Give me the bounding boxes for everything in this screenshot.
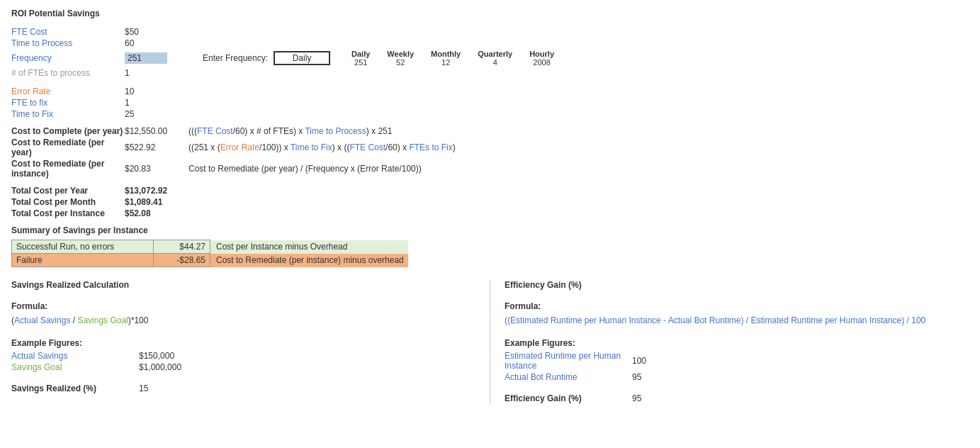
error-rate-label: Error Rate: [11, 86, 125, 96]
cost-remediate-row: Cost to Remediate (per year) $522.92 ((2…: [11, 138, 969, 157]
efficiency-gain-result-label: Efficiency Gain (%): [505, 393, 632, 403]
savings-realized-title: Savings Realized Calculation: [11, 280, 475, 290]
savings-table: Successful Run, no errors $44.27 Cost pe…: [11, 240, 408, 267]
fte-to-fix-label: FTE to fix: [11, 98, 125, 108]
error-rate-value: 10: [125, 86, 188, 96]
efficiency-formula-text: ((Estimated Runtime per Human Instance -…: [505, 315, 969, 325]
num-ftes-row: # of FTEs to process 1: [11, 68, 969, 78]
savings-goal-label: Savings Goal: [11, 362, 139, 372]
frequency-row: Frequency 251 Enter Frequency: Daily Dai…: [11, 50, 969, 67]
efficiency-example-title: Example Figures:: [505, 338, 969, 348]
summary-title: Summary of Savings per Instance: [11, 225, 969, 235]
savings-formula-title: Formula:: [11, 301, 475, 311]
cost-complete-label: Cost to Complete (per year): [11, 126, 125, 136]
fte-to-fix-row: FTE to fix 1: [11, 98, 969, 108]
efficiency-gain-panel: Efficiency Gain (%) Formula: ((Estimated…: [490, 280, 969, 403]
time-to-fix-value: 25: [125, 109, 188, 119]
total-instance-value: $52.08: [125, 208, 188, 218]
enter-frequency-input[interactable]: Daily: [274, 51, 330, 65]
fte-to-fix-value: 1: [125, 98, 188, 108]
savings-realized-panel: Savings Realized Calculation Formula: (A…: [11, 280, 490, 403]
savings-goal-value: $1,000,000: [139, 362, 210, 372]
savings-success-row: Successful Run, no errors $44.27 Cost pe…: [12, 240, 408, 254]
error-rate-row: Error Rate 10: [11, 86, 969, 96]
bot-runtime-label: Actual Bot Runtime: [505, 372, 632, 382]
cost-complete-row: Cost to Complete (per year) $12,550.00 (…: [11, 126, 969, 136]
cost-remediate-formula: ((251 x (Error Rate/100)) x Time to Fix)…: [188, 142, 969, 152]
time-to-fix-label: Time to Fix: [11, 109, 125, 119]
cost-remediate-label: Cost to Remediate (per year): [11, 138, 125, 157]
num-ftes-label: # of FTEs to process: [11, 68, 125, 78]
efficiency-gain-result-value: 95: [632, 393, 703, 403]
savings-goal-formula-part: Savings Goal: [77, 315, 128, 325]
total-year-row: Total Cost per Year $13,072.92: [11, 186, 969, 196]
total-month-value: $1,089.41: [125, 197, 188, 207]
runtime-human-row: Estimated Runtime per Human Instance 100: [505, 351, 969, 371]
total-month-label: Total Cost per Month: [11, 197, 125, 207]
freq-hourly: Hourly 2008: [529, 50, 554, 67]
cost-complete-formula: (((FTE Cost/60) x # of FTEs) x Time to P…: [188, 126, 969, 136]
savings-realized-result-value: 15: [139, 383, 210, 393]
total-instance-row: Total Cost per Instance $52.08: [11, 208, 969, 218]
bot-runtime-value: 95: [632, 372, 703, 382]
time-to-process-value: 60: [125, 38, 188, 48]
fte-cost-value: $50: [125, 27, 188, 37]
efficiency-gain-result-row: Efficiency Gain (%) 95: [505, 393, 969, 403]
frequency-value: 251: [125, 52, 188, 64]
total-year-value: $13,072.92: [125, 186, 188, 196]
savings-success-value: $44.27: [154, 240, 210, 254]
savings-failure-desc: Cost to Remediate (per instance) minus o…: [210, 254, 408, 267]
savings-example-title: Example Figures:: [11, 338, 475, 348]
savings-failure-value: -$28.65: [154, 254, 210, 267]
actual-savings-formula-part: Actual Savings: [14, 315, 70, 325]
fte-cost-label: FTE Cost: [11, 27, 125, 37]
bottom-panels: Savings Realized Calculation Formula: (A…: [11, 280, 969, 403]
fte-cost-row: FTE Cost $50: [11, 27, 969, 37]
savings-success-label: Successful Run, no errors: [12, 240, 154, 254]
efficiency-gain-title: Efficiency Gain (%): [505, 280, 969, 290]
total-year-label: Total Cost per Year: [11, 186, 125, 196]
cost-remediate-instance-value: $20.83: [125, 164, 188, 174]
total-month-row: Total Cost per Month $1,089.41: [11, 197, 969, 207]
savings-goal-example-row: Savings Goal $1,000,000: [11, 362, 475, 372]
savings-failure-row: Failure -$28.65 Cost to Remediate (per i…: [12, 254, 408, 267]
actual-savings-example-row: Actual Savings $150,000: [11, 351, 475, 361]
efficiency-formula-title: Formula:: [505, 301, 969, 311]
cost-remediate-instance-formula: Cost to Remediate (per year) / (Frequenc…: [188, 164, 969, 174]
freq-weekly: Weekly 52: [387, 50, 414, 67]
runtime-human-value: 100: [632, 356, 703, 366]
time-to-process-label: Time to Process: [11, 38, 125, 48]
total-instance-label: Total Cost per Instance: [11, 208, 125, 218]
num-ftes-value: 1: [125, 68, 188, 78]
freq-quarterly: Quarterly 4: [478, 50, 512, 67]
actual-savings-label: Actual Savings: [11, 351, 139, 361]
time-to-process-row: Time to Process 60: [11, 38, 969, 48]
bot-runtime-row: Actual Bot Runtime 95: [505, 372, 969, 382]
savings-failure-label: Failure: [12, 254, 154, 267]
time-to-fix-row: Time to Fix 25: [11, 109, 969, 119]
freq-daily: Daily 251: [351, 50, 370, 67]
page-title: ROI Potential Savings: [11, 9, 969, 18]
cost-remediate-instance-row: Cost to Remediate (per instance) $20.83 …: [11, 159, 969, 179]
savings-realized-result-row: Savings Realized (%) 15: [11, 383, 475, 393]
savings-realized-result-label: Savings Realized (%): [11, 383, 139, 393]
frequency-label: Frequency: [11, 53, 125, 63]
freq-monthly: Monthly 12: [431, 50, 461, 67]
actual-savings-value: $150,000: [139, 351, 210, 361]
cost-complete-value: $12,550.00: [125, 126, 188, 136]
cost-remediate-instance-label: Cost to Remediate (per instance): [11, 159, 125, 179]
cost-remediate-value: $522.92: [125, 142, 188, 152]
enter-frequency-label: Enter Frequency:: [203, 53, 268, 63]
runtime-human-label: Estimated Runtime per Human Instance: [505, 351, 632, 371]
savings-success-desc: Cost per Instance minus Overhead: [210, 240, 408, 254]
